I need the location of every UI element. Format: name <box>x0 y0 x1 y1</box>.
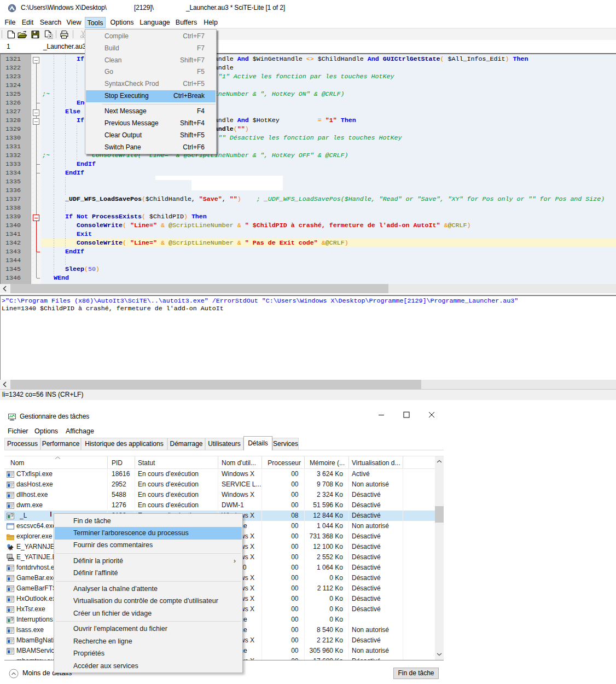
menu-view[interactable]: View <box>65 17 83 28</box>
fold-collapse-box[interactable] <box>33 57 39 63</box>
line-number: 1345 <box>5 265 21 274</box>
taskmgr-menu-fichier[interactable]: Fichier <box>8 427 28 435</box>
line-number: 1337 <box>5 195 21 204</box>
tools-menu-item-clear-output[interactable]: Clear OutputShift+F5 <box>86 130 216 142</box>
scroll-left-arrow-icon[interactable] <box>0 380 10 389</box>
context-menu-item-cr-er-un-fichier-de-vidage[interactable]: Créer un fichier de vidage <box>55 607 242 619</box>
tools-menu-item-switch-pane[interactable]: Switch PaneCtrl+F6 <box>86 142 216 154</box>
context-menu-item-analyser-la-cha-ne-d-attente[interactable]: Analyser la chaîne d'attente <box>55 583 242 595</box>
column-divider[interactable] <box>304 456 305 468</box>
open-file-icon[interactable] <box>18 30 27 39</box>
scroll-left-arrow-icon[interactable] <box>0 284 10 293</box>
column-divider[interactable] <box>107 456 108 468</box>
close-button[interactable] <box>425 408 438 421</box>
table-vscrollbar[interactable] <box>435 456 444 660</box>
cell-memory: 51 596 Ko <box>313 501 343 509</box>
line-number: 1323 <box>5 72 21 81</box>
process-row-ctxfispi-exe[interactable]: CTxfispi.exe18616En cours d'exécutionWin… <box>4 469 435 479</box>
tab-historique-des-applications[interactable]: Historique des applications <box>81 438 167 450</box>
menu-help[interactable]: Help <box>202 17 219 28</box>
output-hscrollbar[interactable] <box>0 380 616 389</box>
process-icon <box>7 523 14 530</box>
column-header-m-moire-[interactable]: Mémoire (... <box>310 457 345 468</box>
cell-virtualization: Désactivé <box>352 501 381 509</box>
context-menu-item-acc-der-aux-services[interactable]: Accéder aux services <box>55 660 242 672</box>
editor-hscroll-thumb[interactable] <box>10 284 388 293</box>
column-divider[interactable] <box>135 456 135 468</box>
tab-processus[interactable]: Processus <box>4 438 40 450</box>
tools-menu-item-go[interactable]: GoF5 <box>86 66 216 78</box>
editor-hscrollbar[interactable] <box>0 284 616 293</box>
scroll-up-arrow-icon[interactable] <box>435 459 444 468</box>
process-icon <box>7 575 14 582</box>
menu-buffers[interactable]: Buffers <box>174 17 199 28</box>
table-vscroll-thumb[interactable] <box>435 506 444 523</box>
process-row-dwm-exe[interactable]: dwm.exe1276En cours d'exécutionDWM-10051… <box>4 500 435 511</box>
context-menu-item-d-finir-la-priorit-[interactable]: Définir la priorité› <box>55 555 242 567</box>
tools-menu-item-previous-message[interactable]: Previous MessageShift+F4 <box>86 118 216 130</box>
line-number: 1335 <box>5 177 21 186</box>
tools-menu-item-syntaxcheck-prod[interactable]: SyntaxCheck ProdCtrl+F5 <box>86 78 216 90</box>
column-divider[interactable] <box>348 456 349 468</box>
process-row-dashost-exe[interactable]: dasHost.exe2952En cours d'exécutionSERVI… <box>4 479 435 490</box>
tools-menu-item-stop-executing[interactable]: Stop ExecutingCtrl+Break <box>86 90 216 102</box>
cell-memory: 1 064 Ko <box>317 564 343 571</box>
context-menu-item-terminer-l-arborescence-du-processus[interactable]: Terminer l'arborescence du processus <box>55 527 242 539</box>
tab-d-tails[interactable]: Détails <box>243 436 272 450</box>
column-header-nom-d-util-[interactable]: Nom d'util... <box>222 457 256 468</box>
tools-menu-item-build[interactable]: BuildF7 <box>86 43 216 55</box>
output-hscroll-thumb[interactable] <box>10 380 421 389</box>
menu-edit[interactable]: Edit <box>20 17 35 28</box>
column-divider[interactable] <box>218 456 218 468</box>
tab-performance[interactable]: Performance <box>40 438 81 450</box>
tools-menu-item-compile[interactable]: CompileCtrl+F7 <box>86 31 216 43</box>
column-divider[interactable] <box>403 456 403 468</box>
tab-utilisateurs[interactable]: Utilisateurs <box>205 438 243 450</box>
context-menu-item-recherche-en-ligne[interactable]: Recherche en ligne <box>55 635 242 647</box>
tab-filename[interactable]: _Launcher.au3 <box>43 43 86 50</box>
output-pane[interactable]: >"C:\Program Files (x86)\AutoIt3\SciTE\.… <box>0 295 616 380</box>
new-file-icon[interactable] <box>7 30 15 39</box>
maximize-button[interactable] <box>400 408 413 421</box>
taskmgr-menu-options[interactable]: Options <box>34 427 58 435</box>
menu-search[interactable]: Search <box>39 17 62 28</box>
tab-d-marrage[interactable]: Démarrage <box>167 438 205 450</box>
save-file-icon[interactable] <box>31 30 39 39</box>
context-menu-item-d-finir-l-affinit-[interactable]: Définir l'affinité <box>55 567 242 579</box>
fold-collapse-box-active[interactable] <box>33 215 39 221</box>
menu-language[interactable]: Language <box>139 17 171 28</box>
line-number: 1330 <box>5 134 21 142</box>
context-menu-item-propri-t-s[interactable]: Propriétés <box>55 648 242 660</box>
tools-menu-item-next-message[interactable]: Next MessageF4 <box>86 106 216 118</box>
menu-tools[interactable]: Tools <box>85 17 106 28</box>
column-header-statut[interactable]: Statut <box>138 457 155 468</box>
fold-collapse-box[interactable] <box>33 109 39 116</box>
tab-services[interactable]: Services <box>272 438 299 450</box>
fold-collapse-box[interactable] <box>33 118 39 125</box>
process-icon <box>7 585 14 593</box>
print-icon[interactable] <box>60 30 69 39</box>
column-divider[interactable] <box>261 456 262 468</box>
taskmgr-menu-affichage[interactable]: Affichage <box>66 427 94 435</box>
cell-name: dasHost.exe <box>16 480 53 488</box>
column-header-processeur[interactable]: Processeur <box>268 457 301 468</box>
buffer-number: 1 <box>7 43 10 50</box>
context-menu-item-fournir-des-commentaires[interactable]: Fournir des commentaires <box>55 540 242 552</box>
column-header-virtualisation-d-[interactable]: Virtualisation d... <box>352 457 400 468</box>
process-row-dllhost-exe[interactable]: dllhost.exe5488En cours d'exécutionWindo… <box>4 490 435 500</box>
screen: C:\Users\Windows X\Desktop\ [2129]\ _Lau… <box>0 0 616 684</box>
scroll-down-arrow-icon[interactable] <box>435 652 444 660</box>
close-file-icon[interactable] <box>44 30 53 39</box>
column-header-nom[interactable]: Nom <box>10 457 24 468</box>
end-task-button[interactable]: Fin de tâche <box>393 668 439 679</box>
menu-options[interactable]: Options <box>109 17 135 28</box>
menu-file[interactable]: File <box>3 17 18 28</box>
chevron-up-circle-icon[interactable] <box>9 669 19 679</box>
context-menu-item-virtualisation-du-contr-le-de-compte-d-utilisateur[interactable]: Virtualisation du contrôle de compte d'u… <box>55 595 242 607</box>
column-header-pid[interactable]: PID <box>112 457 123 468</box>
minimize-button[interactable] <box>375 408 388 421</box>
code-line-1339: If Not ProcessExists( $ChildPID) Then <box>42 212 616 221</box>
tools-menu-item-clean[interactable]: CleanShift+F7 <box>86 55 216 67</box>
context-menu-item-ouvrir-l-emplacement-du-fichier[interactable]: Ouvrir l'emplacement du fichier <box>55 623 242 635</box>
context-menu-item-fin-de-t-che[interactable]: Fin de tâche <box>55 515 242 527</box>
